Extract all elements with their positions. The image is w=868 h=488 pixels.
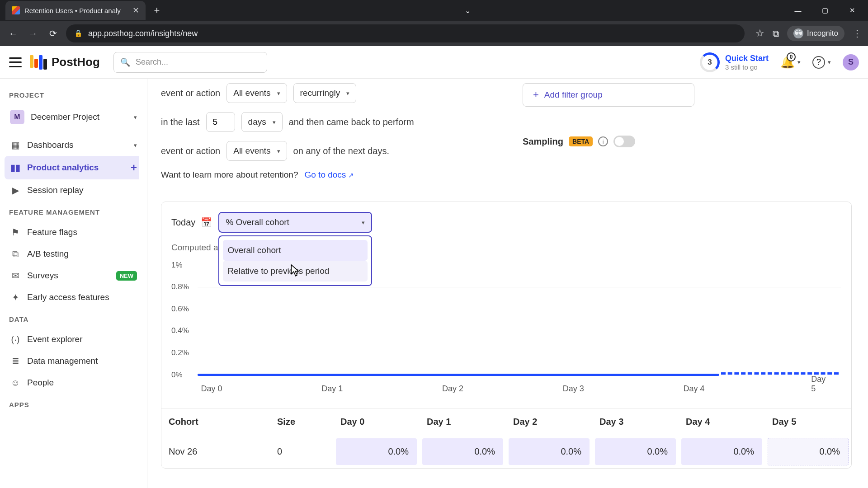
- select-event-1[interactable]: All events ▾: [226, 83, 287, 103]
- xtick: Day 0: [201, 384, 222, 394]
- ytick: 0.6%: [171, 305, 189, 314]
- logo[interactable]: PostHog: [30, 55, 100, 70]
- sidebar-item-data-management[interactable]: ≣ Data management: [5, 350, 142, 372]
- quick-start-button[interactable]: 3 Quick Start 3 still to go: [700, 52, 769, 72]
- bookmark-icon[interactable]: ☆: [755, 28, 764, 39]
- user-avatar[interactable]: S: [843, 54, 859, 70]
- tab-favicon: [12, 6, 20, 14]
- sidebar-item-session-replay[interactable]: ▶ Session replay: [5, 179, 142, 201]
- tab-close-icon[interactable]: ✕: [132, 5, 139, 15]
- label-event-action-2: event or action: [161, 146, 220, 156]
- ytick: 0.2%: [171, 348, 189, 357]
- calendar-icon: 📅: [201, 217, 212, 228]
- url-input[interactable]: 🔒 app.posthog.com/insights/new: [66, 24, 745, 42]
- retention-table: Cohort Size Day 0 Day 1 Day 2 Day 3 Day …: [161, 408, 851, 468]
- chevron-down-icon: ▾: [362, 219, 365, 226]
- browser-tab[interactable]: Retention Users • Product analy ✕: [5, 1, 146, 20]
- scrollbar-thumb[interactable]: [141, 80, 146, 397]
- chevron-down-icon: ▾: [134, 142, 137, 149]
- new-tab-button[interactable]: +: [150, 5, 164, 16]
- retention-mode-dropdown: Overall cohort Relative to previous peri…: [218, 235, 372, 286]
- browser-tab-bar: Retention Users • Product analy ✕ + ⌄ — …: [0, 0, 868, 21]
- date-range-button[interactable]: Today 📅: [171, 217, 212, 228]
- grid-icon: ▦: [10, 140, 21, 150]
- series-line: [198, 374, 719, 376]
- url-text: app.posthog.com/insights/new: [88, 29, 198, 38]
- period-unit-select[interactable]: days ▾: [241, 112, 283, 132]
- info-icon[interactable]: i: [598, 136, 608, 146]
- section-label-data: DATA: [5, 313, 142, 328]
- sidebar-item-dashboards[interactable]: ▦ Dashboards ▾: [5, 134, 142, 156]
- sidebar: PROJECT M December Project ▾ ▦ Dashboard…: [0, 79, 147, 488]
- flask-icon: ⧉: [10, 249, 21, 259]
- table-header-row: Cohort Size Day 0 Day 1 Day 2 Day 3 Day …: [161, 408, 851, 435]
- ytick: 1%: [171, 261, 183, 270]
- notifications-button[interactable]: 🔔 0 ▾: [780, 55, 801, 69]
- sidebar-item-people[interactable]: ☺ People: [5, 372, 142, 394]
- main-content: event or action All events ▾ recurringly…: [147, 79, 868, 488]
- flag-icon: ⚑: [10, 227, 21, 238]
- menu-toggle-button[interactable]: [9, 57, 22, 67]
- address-bar: ← → ⟳ 🔒 app.posthog.com/insights/new ☆ ⧉…: [0, 21, 868, 46]
- incognito-badge[interactable]: 🕶 Incognito: [787, 26, 844, 41]
- chevron-down-icon: ▾: [346, 90, 349, 97]
- sidebar-item-feature-flags[interactable]: ⚑ Feature flags: [5, 221, 142, 243]
- back-button[interactable]: ←: [6, 27, 20, 40]
- new-badge: NEW: [116, 271, 137, 281]
- period-count-input[interactable]: [206, 112, 235, 132]
- database-icon: ≣: [10, 356, 21, 366]
- minimize-button[interactable]: —: [785, 1, 811, 19]
- add-insight-button[interactable]: +: [131, 161, 137, 174]
- option-relative-previous[interactable]: Relative to previous period: [223, 261, 368, 282]
- close-window-button[interactable]: ✕: [839, 1, 865, 19]
- broadcast-icon: (·): [10, 334, 21, 345]
- section-label-feature: FEATURE MANAGEMENT: [5, 206, 142, 221]
- beta-badge: BETA: [569, 136, 593, 146]
- sidebar-item-product-analytics[interactable]: ▮▮ Product analytics +: [5, 156, 142, 179]
- sidebar-item-early-access[interactable]: ✦ Early access features: [5, 286, 142, 308]
- go-to-docs-link[interactable]: Go to docs: [304, 170, 354, 180]
- sidebar-item-ab-testing[interactable]: ⧉ A/B testing: [5, 243, 142, 265]
- option-overall-cohort[interactable]: Overall cohort: [223, 240, 368, 261]
- sidebar-item-event-explorer[interactable]: (·) Event explorer: [5, 328, 142, 350]
- forward-button[interactable]: →: [26, 27, 40, 40]
- search-icon: 🔍: [120, 57, 130, 67]
- logo-mark-icon: [30, 55, 47, 70]
- add-filter-group-button[interactable]: + Add filter group: [523, 83, 694, 107]
- tab-title: Retention Users • Product analy: [24, 7, 121, 14]
- plus-icon: +: [533, 89, 539, 101]
- retention-mode-select[interactable]: % Overall cohort ▾: [218, 212, 372, 233]
- reload-button[interactable]: ⟳: [46, 27, 60, 40]
- maximize-button[interactable]: ▢: [812, 1, 838, 19]
- xtick: Day 2: [442, 384, 463, 394]
- chevron-down-icon: ▾: [273, 119, 276, 126]
- label-on-any: on any of the next days.: [293, 146, 389, 156]
- search-input[interactable]: 🔍 Search...: [113, 52, 267, 73]
- project-selector[interactable]: M December Project ▾: [5, 104, 142, 130]
- select-recurringly[interactable]: recurringly ▾: [293, 83, 357, 103]
- chevron-down-icon: ▾: [277, 90, 280, 97]
- survey-icon: ✉: [10, 270, 21, 281]
- xtick: Day 4: [683, 384, 704, 394]
- chevron-down-icon: ▾: [797, 59, 801, 66]
- person-icon: ☺: [10, 377, 21, 388]
- label-came-back: and then came back to perform: [289, 117, 414, 127]
- project-avatar: M: [10, 110, 24, 124]
- xtick: Day 1: [321, 384, 343, 394]
- install-app-icon[interactable]: ⧉: [773, 28, 779, 39]
- select-event-2[interactable]: All events ▾: [226, 141, 287, 161]
- window-controls: — ▢ ✕: [785, 1, 868, 19]
- tabs-dropdown-icon[interactable]: ⌄: [465, 6, 471, 15]
- sparkle-icon: ✦: [10, 292, 21, 303]
- ytick: 0.8%: [171, 282, 189, 291]
- notification-count: 0: [787, 52, 796, 61]
- play-icon: ▶: [10, 185, 21, 196]
- table-row[interactable]: Nov 26 0 0.0% 0.0% 0.0% 0.0% 0.0% 0.0%: [161, 435, 851, 468]
- sampling-toggle[interactable]: [613, 136, 635, 147]
- browser-menu-icon[interactable]: ⋮: [853, 28, 862, 39]
- chevron-down-icon: ▾: [134, 114, 137, 121]
- section-label-project: PROJECT: [5, 89, 142, 104]
- help-button[interactable]: ? ▾: [812, 56, 831, 69]
- incognito-icon: 🕶: [793, 28, 803, 38]
- sidebar-item-surveys[interactable]: ✉ Surveys NEW: [5, 265, 142, 286]
